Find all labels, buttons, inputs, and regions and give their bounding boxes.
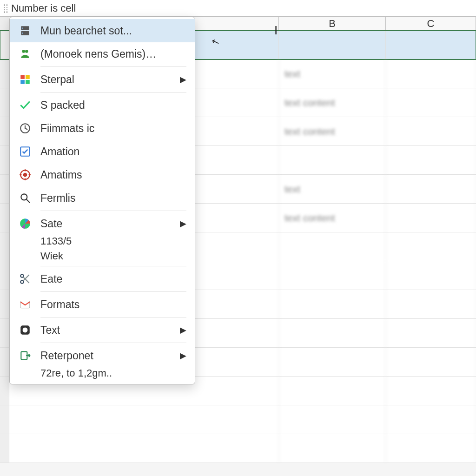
- cell[interactable]: [279, 290, 386, 318]
- cell[interactable]: [279, 319, 386, 347]
- cell[interactable]: [386, 60, 476, 88]
- cell[interactable]: [279, 261, 386, 290]
- cell[interactable]: text content: [279, 88, 386, 117]
- menu-item-label: Mun bearchet sot...: [40, 25, 186, 37]
- menu-item-fermlis[interactable]: Fermlis: [10, 186, 195, 210]
- menu-item-monoek-nens-gemis[interactable]: (Monoek nens Gemis)…: [10, 42, 195, 66]
- cell[interactable]: [386, 434, 476, 463]
- checkbox-icon: [18, 145, 32, 159]
- menu-item-label: Eate: [40, 273, 186, 285]
- camera-icon: [18, 323, 32, 337]
- grid-row[interactable]: [0, 405, 476, 434]
- menu-item-label: Formats: [40, 298, 186, 311]
- menu-item-s-packed[interactable]: S packed: [10, 93, 195, 117]
- formula-bar-handle: [4, 4, 7, 13]
- svg-point-4: [22, 50, 26, 53]
- cell[interactable]: [279, 146, 386, 174]
- row-header[interactable]: [0, 434, 9, 463]
- row-header[interactable]: [0, 60, 9, 88]
- cell[interactable]: [9, 405, 279, 434]
- cell[interactable]: [279, 377, 386, 405]
- menu-item-formats[interactable]: Formats: [10, 293, 195, 316]
- server-icon: [18, 24, 32, 38]
- cell[interactable]: text: [279, 175, 386, 203]
- cell[interactable]: [386, 175, 476, 203]
- cell[interactable]: [386, 377, 476, 405]
- row-header[interactable]: [0, 232, 9, 261]
- pie-icon: [18, 217, 32, 231]
- menu-item-label: Sterpal: [40, 73, 186, 86]
- cell[interactable]: text content: [279, 117, 386, 145]
- row-header[interactable]: [0, 319, 9, 347]
- menu-item-label: Fermlis: [40, 192, 186, 205]
- submenu-arrow-icon: ▶: [180, 350, 186, 361]
- cell[interactable]: [386, 319, 476, 347]
- row-header[interactable]: [0, 405, 9, 434]
- menu-item-amatims[interactable]: Amatims: [10, 163, 195, 186]
- row-header[interactable]: [0, 175, 9, 203]
- menu-item-label: (Monoek nens Gemis)…: [40, 48, 186, 60]
- menu-subtext: 1133/5: [10, 235, 195, 250]
- cell[interactable]: [386, 88, 476, 117]
- menu-separator: [40, 211, 186, 211]
- row-header[interactable]: [0, 348, 9, 376]
- menu-item-fiimmats-ic[interactable]: Fiimmats ic: [10, 117, 195, 140]
- menu-item-label: Reterponet: [40, 350, 186, 362]
- cell[interactable]: [386, 405, 476, 434]
- menu-item-sate[interactable]: Sate▶: [10, 212, 195, 235]
- cell[interactable]: [9, 434, 279, 463]
- row-header[interactable]: [0, 88, 9, 117]
- cell[interactable]: text: [279, 60, 386, 88]
- menu-item-sterpal[interactable]: Sterpal▶: [10, 68, 195, 91]
- cell[interactable]: [279, 405, 386, 434]
- svg-rect-9: [26, 80, 30, 84]
- cell[interactable]: [386, 204, 476, 232]
- row-header[interactable]: [0, 146, 9, 174]
- formula-bar-text: Number is cell: [11, 2, 76, 14]
- menu-item-amation[interactable]: Amation: [10, 140, 195, 163]
- column-header-c[interactable]: C: [386, 17, 476, 30]
- menu-item-mun-bearchet-sot[interactable]: Mun bearchet sot...: [10, 19, 195, 42]
- menu-item-label: Text: [40, 324, 186, 337]
- grid-row[interactable]: [0, 434, 476, 463]
- people-green-icon: [18, 47, 32, 61]
- menu-item-reterponet[interactable]: Reterponet▶: [10, 344, 195, 367]
- select-all-corner[interactable]: [0, 17, 9, 30]
- cell[interactable]: [386, 348, 476, 376]
- row-header[interactable]: [0, 31, 9, 59]
- cell[interactable]: text content: [279, 204, 386, 232]
- export-icon: [18, 349, 32, 363]
- cell[interactable]: [386, 117, 476, 145]
- menu-item-label: Sate: [40, 218, 186, 230]
- formula-bar[interactable]: Number is cell: [0, 0, 476, 17]
- submenu-arrow-icon: ▶: [180, 74, 186, 85]
- menu-subtext: 72re, to 1,2gm..: [10, 367, 195, 382]
- cell[interactable]: [279, 31, 386, 59]
- svg-point-26: [23, 328, 28, 333]
- cell[interactable]: [279, 232, 386, 261]
- menu-separator: [40, 291, 186, 292]
- cell[interactable]: [279, 348, 386, 376]
- cell[interactable]: [386, 146, 476, 174]
- clock-icon: [18, 121, 32, 135]
- cell[interactable]: [386, 290, 476, 318]
- scissors-icon: [18, 272, 32, 286]
- svg-line-19: [26, 199, 30, 203]
- menu-item-eate[interactable]: Eate: [10, 267, 195, 291]
- cell[interactable]: [386, 232, 476, 261]
- cell[interactable]: [386, 261, 476, 290]
- menu-item-label: Amatims: [40, 169, 186, 181]
- context-menu: Mun bearchet sot...(Monoek nens Gemis)…S…: [9, 17, 195, 384]
- svg-rect-7: [26, 75, 30, 79]
- row-header[interactable]: [0, 261, 9, 290]
- row-header[interactable]: [0, 290, 9, 318]
- column-header-b[interactable]: B: [279, 17, 386, 30]
- row-header[interactable]: [0, 377, 9, 405]
- row-header[interactable]: [0, 117, 9, 145]
- cell[interactable]: [279, 434, 386, 463]
- row-header[interactable]: [0, 204, 9, 232]
- text-cursor-icon: I: [274, 23, 278, 38]
- menu-item-text[interactable]: Text▶: [10, 318, 195, 342]
- cell[interactable]: [386, 31, 476, 59]
- svg-rect-8: [20, 80, 25, 84]
